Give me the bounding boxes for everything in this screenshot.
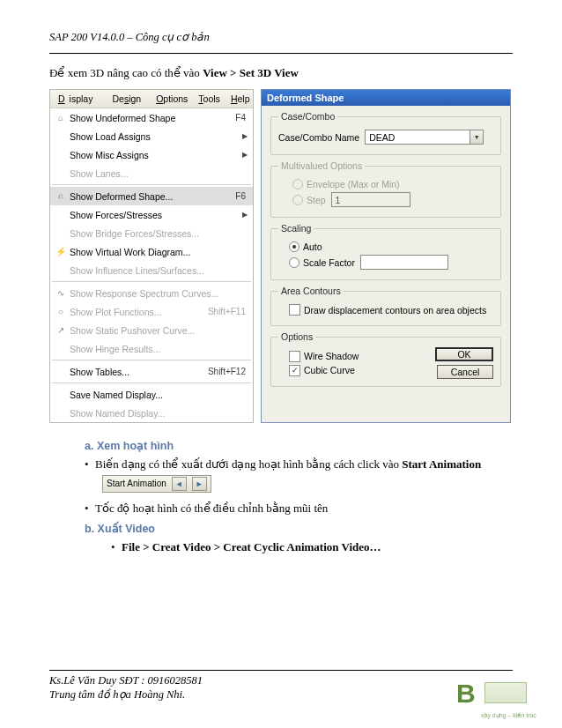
menu-label: Show Load Assigns <box>70 131 242 142</box>
spectrum-icon: ∿ <box>52 288 70 298</box>
logo-letter: B <box>456 679 476 709</box>
deformed-shape-dialog: Deformed Shape Case/Combo Case/Combo Nam… <box>261 89 511 423</box>
page-header: SAP 200 V14.0.0 – Công cụ cơ bản <box>49 30 513 44</box>
menu-label: Show Tables... <box>70 367 208 377</box>
scale-factor-input[interactable] <box>360 255 448 270</box>
menubar-help[interactable]: Help <box>226 93 255 105</box>
menubar: Display Design Options Tools Help <box>50 90 253 108</box>
group-legend: Case/Combo <box>278 111 337 122</box>
group-legend: Scaling <box>278 223 314 234</box>
text: cách click vào <box>334 457 403 471</box>
intro-pre: Để xem 3D nâng cao có thể vào <box>49 66 203 79</box>
draw-contours-check[interactable]: Draw displacement contours on area objec… <box>289 304 486 316</box>
menu-label: Show Bridge Forces/Stresses... <box>70 228 249 239</box>
menu-label: Show Plot Functions... <box>70 307 208 317</box>
menu-bridge-forces: Show Bridge Forces/Stresses... <box>50 224 253 242</box>
menubar-tools[interactable]: Tools <box>194 93 225 105</box>
menu-label: Show Lanes... <box>70 168 249 179</box>
anim-speed-up-icon[interactable]: ► <box>192 477 207 491</box>
menu-label: Show Forces/Stresses <box>70 210 242 220</box>
display-menu-panel: Display Design Options Tools Help ⌂ Show… <box>49 89 254 423</box>
case-combo-input[interactable] <box>365 130 470 145</box>
menubar-display[interactable]: Display <box>54 93 101 105</box>
submenu-arrow-icon: ▶ <box>242 151 248 159</box>
text: Biến dạng có thể xuất dưới dạng hoạt hìn… <box>95 457 334 471</box>
menu-label: Save Named Display... <box>70 390 249 400</box>
bullet-a1: Biến dạng có thể xuất dưới dạng hoạt hìn… <box>85 456 513 473</box>
intro-text: Để xem 3D nâng cao có thể vào View > Set… <box>49 66 513 80</box>
check-label: Cubic Curve <box>304 365 355 375</box>
menu-shortcut: Shift+F12 <box>208 367 246 376</box>
case-combo-group: Case/Combo Case/Combo Name ▼ <box>270 111 501 155</box>
menu-label: Show Misc Assigns <box>70 150 242 160</box>
menu-forces-stresses[interactable]: Show Forces/Stresses▶ <box>50 205 253 224</box>
cubic-curve-check[interactable]: ✓Cubic Curve <box>289 365 355 376</box>
menubar-design[interactable]: Design <box>103 93 150 105</box>
anim-speed-down-icon[interactable]: ◄ <box>172 477 187 491</box>
text-bold: File > Creat Video > Creat Cyclic Animat… <box>122 540 381 553</box>
submenu-arrow-icon: ▶ <box>242 132 248 140</box>
section-b-heading: b. Xuất Video <box>85 522 513 535</box>
header-rule <box>49 53 513 54</box>
logo-subtext: xây dựng – kiến trúc <box>481 712 536 719</box>
options-group: Options Wire Shadow ✓Cubic Curve OK Canc… <box>270 331 501 387</box>
menu-shortcut: F6 <box>235 191 246 201</box>
multivalued-group: Multivalued Options Envelope (Max or Min… <box>270 160 501 218</box>
menu-label: Show Named Display... <box>70 408 249 419</box>
radio-label: Step <box>307 195 326 205</box>
step-radio: Step <box>292 195 326 205</box>
start-animation-toolbar: Start Animation ◄ ► <box>102 475 211 493</box>
menu-label: Show Deformed Shape... <box>70 191 235 202</box>
menu-deformed-shape[interactable]: ⎌ Show Deformed Shape... F6 <box>50 187 253 205</box>
ok-button[interactable]: OK <box>435 347 493 361</box>
menu-shortcut: F4 <box>235 113 246 123</box>
cancel-button[interactable]: Cancel <box>437 365 493 379</box>
menu-influence-lines: Show Influence Lines/Surfaces... <box>50 261 253 279</box>
group-legend: Multivalued Options <box>278 160 365 171</box>
menu-show-tables[interactable]: Show Tables... Shift+F12 <box>50 362 253 381</box>
footer-logo: B xây dựng – kiến trúc <box>455 679 527 721</box>
bullet-a2: Tốc độ hoạt hình có thể điều chỉnh bằng … <box>85 500 513 517</box>
menu-pushover: ↗Show Static Pushover Curve... <box>50 321 253 339</box>
radio-label: Auto <box>303 241 322 252</box>
auto-radio[interactable]: Auto <box>289 241 322 252</box>
check-label: Wire Shadow <box>304 351 359 361</box>
menu-lanes: Show Lanes... <box>50 164 253 182</box>
wire-shadow-check[interactable]: Wire Shadow <box>289 351 359 362</box>
plot-icon: ○ <box>52 307 70 316</box>
submenu-arrow-icon: ▶ <box>242 211 248 219</box>
menu-show-named-display: Show Named Display... <box>50 404 253 422</box>
scale-factor-radio[interactable]: Scale Factor <box>289 257 355 268</box>
menu-label: Show Hinge Results... <box>70 344 249 354</box>
case-combo-select[interactable]: ▼ <box>365 130 484 145</box>
intro-bold: View > Set 3D View <box>203 66 299 79</box>
area-contours-group: Area Contours Draw displacement contours… <box>270 286 501 326</box>
menu-misc-assigns[interactable]: Show Misc Assigns▶ <box>50 145 253 164</box>
menu-virtual-work[interactable]: ⚡ Show Virtual Work Diagram... <box>50 242 253 261</box>
radio-label: Envelope (Max or Min) <box>307 179 400 189</box>
menu-undeformed-shape[interactable]: ⌂ Show Undeformed Shape F4 <box>50 108 253 127</box>
menu-load-assigns[interactable]: Show Load Assigns▶ <box>50 127 253 145</box>
menu-label: Show Response Spectrum Curves... <box>70 288 249 299</box>
menu-label: Show Undeformed Shape <box>70 113 235 123</box>
menu-label: Show Virtual Work Diagram... <box>70 247 249 257</box>
group-legend: Options <box>278 331 315 342</box>
dropdown-arrow-icon[interactable]: ▼ <box>470 130 484 145</box>
footer-line-2: Trung tâm đồ họa Hoàng Nhi. <box>49 687 513 702</box>
envelope-radio: Envelope (Max or Min) <box>292 179 400 189</box>
radio-label: Scale Factor <box>303 257 355 268</box>
step-input <box>331 192 410 207</box>
group-legend: Area Contours <box>278 286 344 296</box>
menu-label: Show Static Pushover Curve... <box>70 325 249 336</box>
menubar-options[interactable]: Options <box>152 93 192 105</box>
menu-plot-functions: ○Show Plot Functions... Shift+F11 <box>50 302 253 321</box>
undeformed-icon: ⌂ <box>52 113 70 123</box>
deformed-icon: ⎌ <box>52 191 70 201</box>
text-bold: Start Animation <box>402 457 481 471</box>
bullet-b1: File > Creat Video > Creat Cyclic Animat… <box>111 539 513 556</box>
start-animation-button[interactable]: Start Animation <box>107 479 166 488</box>
dialog-title: Deformed Shape <box>262 90 510 106</box>
footer-line-1: Ks.Lê Văn Duy SĐT : 0916028581 <box>49 674 513 687</box>
scaling-group: Scaling Auto Scale Factor <box>270 223 501 280</box>
menu-save-named-display[interactable]: Save Named Display... <box>50 385 253 404</box>
